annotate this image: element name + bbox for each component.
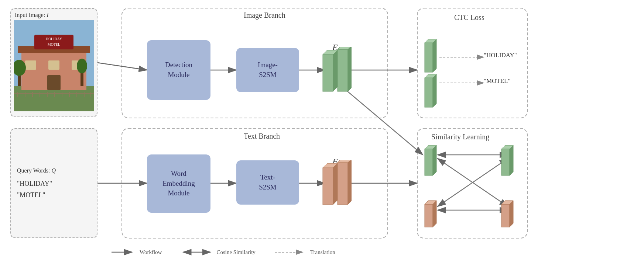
- svg-marker-59: [333, 163, 338, 205]
- svg-rect-57: [323, 168, 333, 205]
- input-image-svg: HOLIDAY MOTEL: [14, 20, 94, 111]
- ctc-bottom-column: [424, 72, 442, 112]
- translation-arrow-icon: [274, 248, 307, 256]
- text-s2sm-label: Text-S2SM: [259, 173, 277, 192]
- query-holiday: "HOLIDAY": [17, 180, 91, 188]
- translation-label: Translation: [310, 249, 335, 255]
- svg-line-23: [438, 159, 508, 206]
- workflow-label: Workflow: [140, 249, 162, 255]
- svg-marker-62: [348, 160, 352, 205]
- sim-br-column: [501, 199, 519, 232]
- cosine-label: Cosine Similarity: [216, 249, 255, 255]
- svg-rect-66: [425, 78, 433, 107]
- legend-translation: Translation: [274, 248, 335, 256]
- input-image-label: Input Image: I: [11, 9, 97, 20]
- ctc-top-column: [424, 37, 442, 77]
- legend-cosine: Cosine Similarity: [180, 248, 255, 256]
- svg-marker-53: [333, 50, 338, 91]
- text-s2sm-box: Text-S2SM: [236, 160, 299, 205]
- detection-module-box: DetectionModule: [147, 40, 210, 100]
- word-embedding-box: WordEmbeddingModule: [147, 154, 210, 213]
- cosine-arrow-icon: [180, 248, 213, 256]
- detection-module-label: DetectionModule: [165, 60, 192, 80]
- query-motel: "MOTEL": [17, 191, 91, 199]
- query-words-label: Query Words: Q: [17, 167, 91, 174]
- svg-line-17: [340, 85, 423, 155]
- svg-rect-69: [425, 149, 433, 175]
- svg-marker-80: [510, 201, 513, 227]
- svg-text:MOTEL: MOTEL: [48, 42, 60, 46]
- svg-marker-74: [510, 145, 513, 175]
- svg-rect-31: [25, 60, 36, 70]
- svg-rect-54: [338, 49, 348, 91]
- sim-tl-column: [424, 144, 442, 181]
- e-columns: [322, 47, 352, 99]
- svg-rect-63: [425, 43, 433, 72]
- svg-marker-65: [433, 39, 436, 72]
- input-image-italic: I: [47, 12, 48, 18]
- image-s2sm-label: Image-S2SM: [258, 60, 278, 80]
- sim-bl-column: [424, 199, 442, 232]
- svg-rect-72: [501, 149, 510, 175]
- svg-marker-68: [433, 74, 436, 107]
- input-image-box: Input Image: I HOLIDAY MOTEL: [10, 8, 97, 117]
- svg-marker-56: [348, 47, 352, 91]
- svg-rect-78: [501, 204, 510, 227]
- sim-tr-column: [501, 144, 519, 181]
- similarity-learning-label: Similarity Learning: [431, 133, 489, 141]
- svg-rect-60: [338, 163, 348, 205]
- f-columns: [322, 160, 352, 212]
- svg-rect-51: [323, 55, 333, 91]
- svg-rect-32: [48, 60, 59, 70]
- svg-line-22: [438, 159, 508, 206]
- query-box: Query Words: Q "HOLIDAY" "MOTEL": [10, 128, 97, 238]
- image-branch-label: Image Branch: [244, 11, 285, 20]
- legend-workflow: Workflow: [111, 248, 162, 256]
- query-words-italic: Q: [52, 167, 56, 174]
- svg-line-9: [97, 63, 147, 70]
- ctc-loss-label: CTC Loss: [454, 13, 484, 22]
- svg-rect-37: [80, 72, 83, 86]
- svg-marker-71: [433, 145, 436, 175]
- svg-point-38: [77, 59, 87, 73]
- text-branch-label: Text Branch: [244, 132, 280, 140]
- svg-marker-77: [433, 201, 436, 227]
- svg-rect-34: [47, 75, 61, 90]
- word-embedding-label: WordEmbeddingModule: [162, 169, 195, 198]
- motel-output: "MOTEL": [484, 77, 510, 85]
- legend: Workflow Cosine Similarity: [111, 248, 335, 256]
- diagram: Input Image: I HOLIDAY MOTEL: [0, 0, 644, 261]
- holiday-output: "HOLIDAY": [484, 52, 517, 59]
- workflow-arrow-icon: [111, 248, 137, 256]
- image-s2sm-box: Image-S2SM: [236, 48, 299, 92]
- svg-rect-75: [425, 204, 433, 227]
- svg-text:HOLIDAY: HOLIDAY: [46, 37, 62, 41]
- svg-rect-25: [14, 86, 94, 111]
